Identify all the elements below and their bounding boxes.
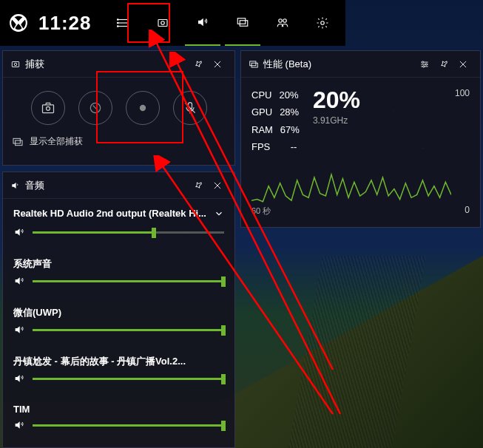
clock: 11:28 [38,12,92,35]
master-volume-slider[interactable] [13,226,224,238]
app-volume-slider[interactable] [13,373,224,384]
app-name: 微信(UWP) [13,306,224,319]
svg-point-13 [320,21,324,25]
output-device-selector[interactable]: Realtek HD Audio 2nd output (Realtek Hi.… [13,208,224,219]
pin-button[interactable] [434,55,453,74]
capture-widget: 捕获 显示全部捕获 [2,50,235,166]
screenshot-button[interactable] [31,91,65,125]
svg-point-21 [139,105,145,111]
widgets-menu-button[interactable] [105,0,141,46]
svg-point-4 [117,19,118,21]
xbox-logo-icon [9,13,28,33]
speaker-icon [13,373,25,384]
svg-rect-18 [42,105,53,113]
performance-widget-button[interactable] [225,0,260,46]
chart-y-min: 0 [465,205,470,215]
close-button[interactable] [453,55,473,74]
chart-y-max: 100 [455,88,470,98]
svg-rect-27 [250,61,256,65]
svg-rect-23 [13,138,20,143]
capture-title: 捕获 [25,58,189,71]
performance-icon [249,59,259,69]
app-name: 丹镇尬发 - 幕后的故事 - 丹镇广播Vol.2... [13,355,224,368]
audio-widget-button[interactable] [185,0,220,46]
performance-title: 性能 (Beta) [263,58,415,71]
perf-freq: 3.91GHz [313,115,360,126]
perf-chart [251,149,451,206]
svg-rect-14 [12,61,18,67]
xbox-social-button[interactable] [265,0,300,46]
svg-rect-7 [158,20,167,27]
svg-rect-9 [237,18,246,24]
svg-point-32 [422,61,424,62]
svg-rect-10 [240,21,248,27]
svg-point-12 [283,19,286,23]
capture-widget-button[interactable] [145,0,180,46]
app-volume-slider[interactable] [13,324,224,336]
chevron-down-icon [214,208,224,219]
svg-rect-28 [251,63,257,67]
output-device-name: Realtek HD Audio 2nd output (Realtek Hi.… [13,208,208,219]
speaker-icon [13,419,25,431]
svg-point-19 [46,106,50,110]
settings-button[interactable] [305,0,340,46]
show-all-captures-button[interactable]: 显示全部捕获 [12,135,234,148]
perf-options-button[interactable] [415,55,434,74]
audio-title: 音频 [25,179,189,192]
svg-rect-24 [16,140,22,146]
record-last-button[interactable] [78,91,112,125]
audio-body: Realtek HD Audio 2nd output (Realtek Hi.… [3,199,234,448]
close-button[interactable] [208,55,227,74]
speaker-icon [13,324,25,336]
svg-point-6 [117,26,118,27]
audio-widget: 音频 Realtek HD Audio 2nd output (Realtek … [2,172,235,448]
app-name: TIM [13,404,224,415]
svg-point-15 [14,63,17,66]
pin-button[interactable] [189,55,208,74]
mic-toggle-button[interactable] [173,91,207,125]
perf-main-value: 20% [313,86,360,114]
app-volume-slider[interactable] [13,275,224,287]
record-button[interactable] [126,91,160,125]
chart-x-label: 60 秒 [251,206,271,217]
audio-icon [10,180,21,191]
svg-point-33 [425,63,427,64]
game-bar-topbar: 11:28 [0,0,345,46]
show-all-label: 显示全部捕获 [30,135,83,148]
capture-icon [10,59,21,69]
svg-point-11 [278,19,282,23]
speaker-icon [13,275,25,287]
speaker-icon [13,226,25,238]
pin-button[interactable] [189,176,208,195]
svg-point-5 [117,22,118,24]
app-name: 系统声音 [13,257,224,271]
close-button[interactable] [208,176,227,195]
perf-stats: CPU20% GPU28% RAM67% FPS-- [251,86,300,156]
app-volume-slider[interactable] [13,419,224,431]
svg-point-34 [423,65,425,67]
performance-widget: 性能 (Beta) CPU20% GPU28% RAM67% FPS-- 20%… [240,50,481,228]
svg-point-8 [161,21,164,25]
